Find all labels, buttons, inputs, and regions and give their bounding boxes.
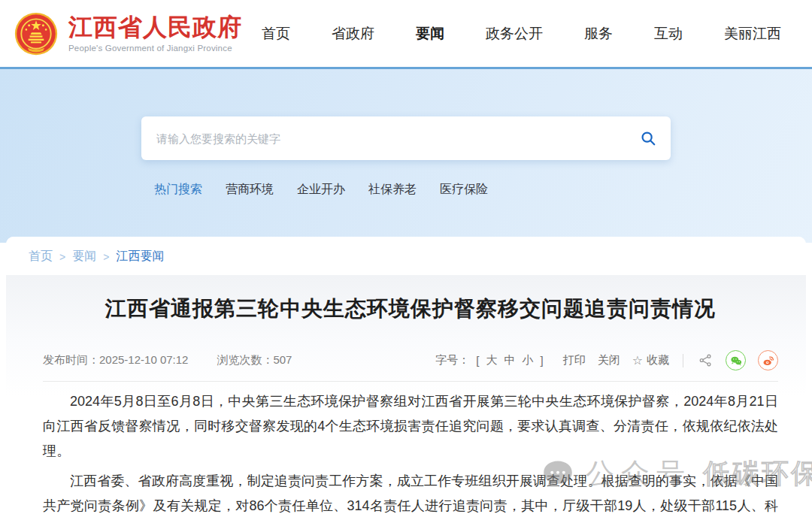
hot-search-items: 营商环境 企业开办 社保养老 医疗保险 [226, 182, 488, 198]
breadcrumb-separator: > [103, 251, 109, 263]
nav-item[interactable]: 首页 [262, 24, 290, 44]
site-title-block: 江西省人民政府 People's Government of Jiangxi P… [68, 14, 242, 53]
hot-search-item[interactable]: 营商环境 [226, 182, 274, 198]
search-box[interactable] [141, 116, 671, 160]
nav-item[interactable]: 服务 [584, 24, 613, 44]
meta-underline [43, 381, 778, 382]
hot-search-item[interactable]: 社保养老 [368, 182, 417, 198]
close-button[interactable]: 关闭 [598, 353, 620, 367]
nav-item[interactable]: 政务公开 [486, 24, 543, 44]
article-body: 2024年5月8日至6月8日，中央第三生态环境保护督察组对江西省开展第三轮中央生… [43, 389, 778, 514]
view-count-value: 507 [273, 353, 292, 366]
font-size-option[interactable]: 小 [522, 353, 533, 367]
breadcrumb-item[interactable]: 江西要闻 [116, 249, 164, 265]
page-title: 江西省通报第三轮中央生态环境保护督察移交问题追责问责情况 [43, 275, 778, 323]
font-size-option[interactable]: 中 [504, 353, 515, 367]
breadcrumb-item[interactable]: 要闻 [72, 249, 96, 265]
content-card: 首页 > 要闻 > 江西要闻 江西省通报第三轮中央生态环境保护督察移交问题追责问… [6, 237, 806, 514]
breadcrumb-separator: > [59, 251, 65, 263]
search-input[interactable] [156, 132, 639, 145]
site-subtitle: People's Government of Jiangxi Province [68, 44, 242, 53]
national-emblem-icon [14, 11, 59, 56]
favorite-label: 收藏 [647, 353, 669, 367]
hot-search-item[interactable]: 医疗保险 [440, 182, 488, 198]
font-size-control: 字号： [ 大 中 小 ] [435, 353, 543, 367]
meta-divider [683, 354, 683, 367]
nav-item[interactable]: 美丽江西 [724, 24, 781, 44]
hot-search-row: 热门搜索 营商环境 企业开办 社保养老 医疗保险 [154, 182, 488, 198]
nav-item[interactable]: 互动 [654, 24, 683, 44]
star-icon: ☆ [632, 353, 643, 367]
favorite-button[interactable]: ☆ 收藏 [632, 353, 669, 367]
meta-left: 发布时间：2025-12-10 07:12 浏览次数：507 [43, 353, 292, 367]
article: 江西省通报第三轮中央生态环境保护督察移交问题追责问责情况 发布时间：2025-1… [6, 275, 806, 514]
site-logo[interactable]: 江西省人民政府 People's Government of Jiangxi P… [14, 11, 242, 56]
main-nav: 首页 省政府 要闻 政务公开 服务 互动 美丽江西 [262, 24, 781, 44]
site-header: 江西省人民政府 People's Government of Jiangxi P… [0, 0, 812, 67]
wechat-share-icon[interactable] [726, 350, 746, 370]
search-banner: 热门搜索 营商环境 企业开办 社保养老 医疗保险 [0, 67, 812, 243]
font-size-label: 字号： [435, 353, 469, 367]
font-size-options: 大 中 小 [486, 353, 533, 367]
breadcrumb-item[interactable]: 首页 [29, 249, 53, 265]
hot-search-item[interactable]: 企业开办 [297, 182, 345, 198]
publish-time: 发布时间：2025-12-10 07:12 [43, 353, 188, 367]
view-count: 浏览次数：507 [217, 353, 292, 367]
search-icon[interactable] [639, 129, 657, 147]
view-count-label: 浏览次数： [217, 353, 273, 366]
nav-item[interactable]: 省政府 [332, 24, 374, 44]
publish-time-value: 2025-12-10 07:12 [99, 353, 188, 366]
print-button[interactable]: 打印 [563, 353, 586, 367]
weibo-share-icon[interactable] [758, 350, 778, 370]
share-icon[interactable] [697, 352, 714, 369]
breadcrumb: 首页 > 要闻 > 江西要闻 [6, 237, 806, 275]
font-size-option[interactable]: 大 [486, 353, 497, 367]
article-paragraph: 江西省委、省政府高度重视，制定追责问责工作方案，成立工作专班组织开展调查处理。根… [43, 469, 778, 514]
hot-search-label: 热门搜索 [154, 182, 202, 198]
site-title: 江西省人民政府 [68, 14, 242, 41]
article-paragraph: 2024年5月8日至6月8日，中央第三生态环境保护督察组对江西省开展第三轮中央生… [43, 389, 778, 464]
article-meta: 发布时间：2025-12-10 07:12 浏览次数：507 字号： [ 大 中 [43, 350, 778, 370]
nav-item[interactable]: 要闻 [416, 24, 444, 44]
meta-right: 字号： [ 大 中 小 ] 打印 关闭 [435, 350, 778, 370]
publish-time-label: 发布时间： [43, 353, 99, 366]
font-size-bracket-open: [ [476, 354, 479, 367]
font-size-bracket-close: ] [540, 354, 543, 367]
